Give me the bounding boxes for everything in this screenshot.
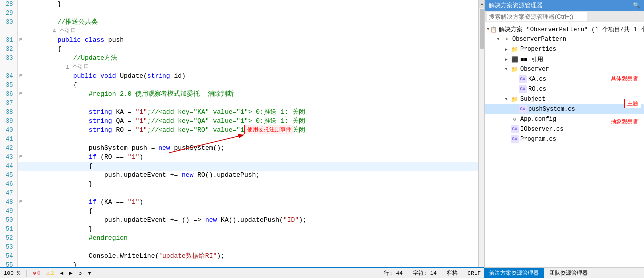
position-info: 行: 44 字符: 14 栏格 CRLF [384, 269, 481, 277]
code-line: if (KA == "1") [24, 198, 478, 207]
table-row: 52 #endregion [0, 234, 478, 243]
line-number: 32 [0, 45, 17, 54]
code-token: class [85, 36, 108, 44]
tree-expand-arrow[interactable] [511, 106, 518, 113]
tree-item-label: KA.cs [528, 76, 546, 83]
tree-expand-arrow[interactable]: ▼ [503, 66, 510, 73]
tree-item-solution[interactable]: ▼📋解决方案 "ObserverPattern" (1 个项目/共 1 个 [485, 24, 644, 34]
tab-team-explorer[interactable]: 团队资源管理器 [544, 268, 593, 278]
code-token: push [108, 36, 124, 44]
tree-item-label: 解决方案 "ObserverPattern" (1 个项目/共 1 个 [499, 25, 644, 34]
ref-count: 1 个引用 [26, 64, 89, 70]
tree-expand-arrow[interactable] [503, 136, 510, 143]
table-row: 1 个引用 [0, 63, 478, 72]
table-row: 41 [0, 135, 478, 144]
cs-icon: C# [519, 105, 527, 113]
tree-item-project[interactable]: ▼▪ObserverPattern [485, 34, 644, 44]
code-line: //推送公共类 [24, 18, 478, 27]
tree-item-program-cs[interactable]: C#Program.cs [485, 134, 644, 144]
editor-scrollbar[interactable]: ▲ [479, 0, 484, 267]
bottom-bar-wrapper: 100 % ⊗ 0 ⚠ 2 ◀ ▶ ↺ ▼ 行: 44 字符: 14 栏格 CR… [0, 267, 644, 278]
collapse-button [17, 243, 24, 252]
code-token: KA().updatePush( [217, 216, 283, 224]
collapse-button [17, 252, 24, 261]
code-token: { [57, 45, 61, 53]
solution-icon: 📋 [490, 25, 497, 33]
line-number: 36 [0, 90, 17, 99]
code-token: //推送公共类 [57, 18, 98, 26]
tree-expand-arrow[interactable] [511, 76, 518, 83]
tree-item-ro-cs[interactable]: C#RO.cs [485, 84, 644, 94]
collapse-button [17, 117, 24, 126]
table-row: 36⊟ #region 2.0 使用观察者模式加委托 消除判断 [0, 90, 478, 99]
tree-expand-arrow[interactable]: ▼ [503, 96, 510, 103]
scroll-thumb[interactable] [480, 9, 484, 49]
line-number: 34 [0, 72, 17, 81]
cs-icon: C# [519, 75, 527, 83]
table-row: 4 个引用 [0, 27, 478, 36]
code-line [24, 99, 478, 108]
tree-item-properties[interactable]: ▶📁Properties [485, 44, 644, 54]
line-number: 51 [0, 225, 17, 234]
code-token: "update数据给RI" [159, 252, 217, 260]
iobserver-annotation: 抽象观察者 [608, 117, 641, 126]
collapse-button[interactable]: ⊟ [17, 198, 24, 207]
tree-expand-arrow[interactable]: ▶ [503, 46, 510, 53]
collapse-button [17, 162, 24, 171]
code-token: Update( [120, 72, 147, 80]
folder-icon: 📁 [511, 45, 519, 53]
tree-item-label: Observer [520, 66, 549, 73]
tree-item-observer-folder[interactable]: ▼📁Observer [485, 64, 644, 74]
code-line: { [24, 81, 478, 90]
nav-refresh[interactable]: ↺ [79, 270, 82, 276]
tree-expand-arrow[interactable] [511, 86, 518, 93]
collapse-button[interactable]: ⊟ [17, 72, 24, 81]
collapse-button [17, 0, 24, 9]
code-line: pushSystem push = new pushSystem(); [24, 144, 478, 153]
collapse-button [17, 54, 24, 63]
collapse-button [17, 225, 24, 234]
collapse-button[interactable]: ⊟ [17, 36, 24, 45]
tree-item-references[interactable]: ▶⬛■■ 引用 [485, 54, 644, 64]
code-scroll[interactable]: 28 }29 30 //推送公共类 4 个引用31⊟ public class … [0, 0, 478, 267]
line-number [0, 63, 17, 72]
status-bar: 100 % ⊗ 0 ⚠ 2 ◀ ▶ ↺ ▼ 行: 44 字符: 14 栏格 CR… [0, 267, 484, 278]
nav-back[interactable]: ◀ [60, 270, 63, 276]
tree-expand-arrow[interactable] [503, 126, 510, 133]
observer-annotation: 具体观察者 [608, 74, 641, 83]
code-token: string [89, 126, 112, 134]
table-row: 34⊟ public void Update(string id) [0, 72, 478, 81]
subject-annotation: 主题 [624, 99, 641, 108]
tree-expand-arrow[interactable]: ▶ [503, 56, 510, 63]
tree-expand-arrow[interactable]: ▼ [487, 26, 489, 33]
tree-item-label: ObserverPattern [512, 36, 566, 43]
table-row: 35 { [0, 81, 478, 90]
nav-extra[interactable]: ▼ [88, 270, 91, 276]
solution-search-input[interactable] [487, 12, 587, 21]
scroll-up-button[interactable]: ▲ [479, 0, 485, 8]
tree-expand-arrow[interactable]: ▼ [495, 36, 502, 43]
collapse-button [17, 108, 24, 117]
code-line [24, 243, 478, 252]
collapse-button [17, 135, 24, 144]
code-line: public class push [24, 36, 478, 45]
table-row: 50 push.updateEvent += () => new KA().up… [0, 216, 478, 225]
tree-expand-arrow[interactable] [503, 116, 510, 123]
code-token: ) [139, 153, 143, 161]
code-line [24, 135, 478, 144]
line-number: 46 [0, 180, 17, 189]
code-token: string [147, 72, 170, 80]
collapse-button [17, 180, 24, 189]
code-token: } [73, 261, 77, 267]
cs-icon: C# [511, 135, 519, 143]
code-line: string KA = "1";//<add key="KA" value="1… [24, 108, 478, 117]
tree-item-subject-folder[interactable]: ▼📁Subject [485, 94, 644, 104]
folder-icon: 📁 [511, 65, 519, 73]
tab-solution-explorer[interactable]: 解决方案资源管理器 [484, 268, 544, 278]
collapse-button[interactable]: ⊟ [17, 90, 24, 99]
collapse-button[interactable]: ⊟ [17, 153, 24, 162]
code-line: 1 个引用 [24, 63, 478, 72]
nav-forward[interactable]: ▶ [69, 270, 73, 276]
line-number: 49 [0, 207, 17, 216]
tree-item-pushsystem-cs[interactable]: C#pushSystem.cs [485, 104, 644, 114]
